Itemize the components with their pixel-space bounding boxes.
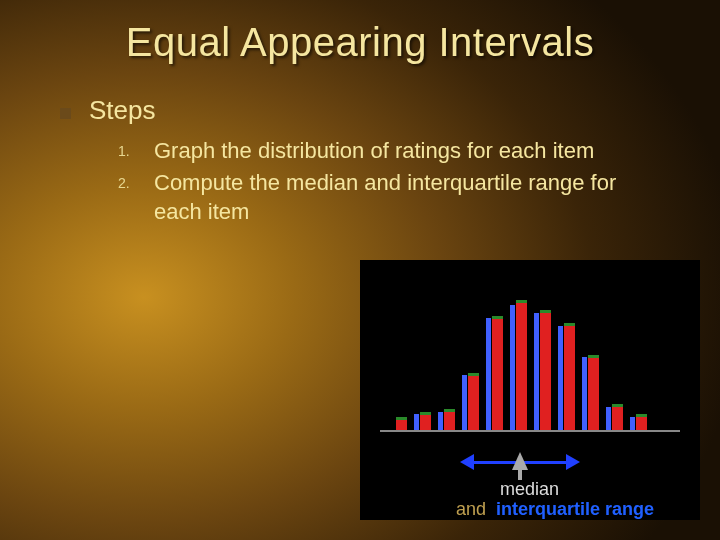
- bar-series-a: [414, 414, 419, 430]
- iqr-label: interquartile range: [496, 499, 654, 520]
- step-number: 2.: [118, 168, 136, 227]
- median-label: median: [500, 479, 559, 500]
- bar-series-a: [606, 407, 611, 430]
- list-item: 1. Graph the distribution of ratings for…: [118, 136, 660, 166]
- step-text: Graph the distribution of ratings for ea…: [154, 136, 594, 166]
- bar-series-b: [444, 409, 455, 430]
- bar-series-b: [636, 414, 647, 430]
- bar-series-b: [588, 355, 599, 430]
- bar-group: [630, 414, 647, 430]
- bar-series-a: [558, 326, 563, 430]
- bar-series-b: [420, 412, 431, 430]
- bar-series-b: [492, 316, 503, 430]
- bar-series-a: [486, 318, 491, 430]
- section-label: Steps: [89, 95, 156, 126]
- chart-bars: [390, 280, 670, 430]
- bar-series-a: [462, 375, 467, 430]
- bar-series-a: [582, 357, 587, 430]
- bar-series-a: [510, 305, 515, 430]
- step-text: Compute the median and interquartile ran…: [154, 168, 660, 227]
- bar-series-b: [564, 323, 575, 430]
- bar-group: [534, 310, 551, 430]
- bar-series-b: [612, 404, 623, 430]
- bar-series-b: [540, 310, 551, 430]
- bar-group: [438, 409, 455, 430]
- section-row: Steps: [60, 95, 660, 126]
- step-number: 1.: [118, 136, 136, 166]
- iqr-arrow-right-icon: [566, 454, 580, 470]
- bar-group: [414, 412, 431, 430]
- chart-panel: median and interquartile range: [360, 260, 700, 520]
- bar-series-a: [438, 412, 443, 430]
- bar-group: [462, 373, 479, 430]
- bar-group: [486, 316, 503, 430]
- and-label: and: [456, 499, 486, 520]
- bar-group: [510, 300, 527, 430]
- x-axis: [380, 430, 680, 432]
- slide-title: Equal Appearing Intervals: [0, 0, 720, 65]
- bar-group: [582, 355, 599, 430]
- bar-group: [558, 323, 575, 430]
- bar-series-a: [534, 313, 539, 430]
- steps-list: 1. Graph the distribution of ratings for…: [60, 136, 660, 227]
- bar-group: [606, 404, 623, 430]
- bar-series-b: [516, 300, 527, 430]
- bar-series-a: [630, 417, 635, 430]
- bar-series-b: [396, 417, 407, 430]
- list-item: 2. Compute the median and interquartile …: [118, 168, 660, 227]
- bullet-icon: [60, 108, 71, 119]
- bar-series-b: [468, 373, 479, 430]
- bar-group: [390, 417, 407, 430]
- content-area: Steps 1. Graph the distribution of ratin…: [0, 65, 720, 227]
- median-arrow-stem: [518, 466, 522, 480]
